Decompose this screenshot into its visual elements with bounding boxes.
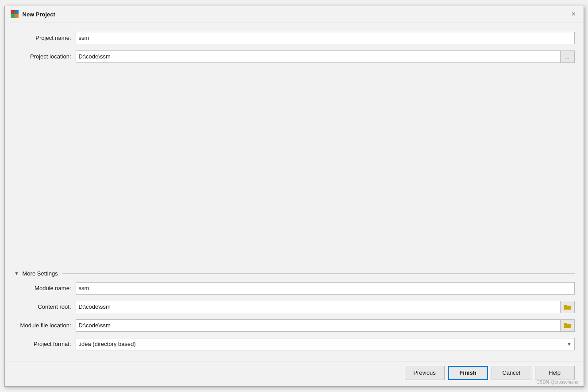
module-name-label: Module name: <box>14 285 76 291</box>
svg-rect-8 <box>564 323 567 325</box>
module-name-input[interactable] <box>76 282 575 295</box>
project-name-input[interactable] <box>76 32 575 44</box>
content-root-browse-button[interactable] <box>561 301 575 313</box>
project-location-label: Project location: <box>14 53 76 60</box>
more-settings-label: More Settings <box>23 270 58 277</box>
svg-rect-6 <box>564 305 567 307</box>
cancel-button[interactable]: Cancel <box>492 366 531 380</box>
title-bar: New Project × <box>5 6 584 23</box>
help-button[interactable]: Help <box>535 366 575 380</box>
svg-rect-2 <box>15 10 19 14</box>
svg-rect-1 <box>11 10 15 14</box>
module-file-location-row: Module file location: <box>14 319 575 332</box>
svg-rect-3 <box>11 14 15 18</box>
module-name-row: Module name: <box>14 282 575 295</box>
body-spacer <box>14 69 575 268</box>
more-settings-header: ▼ More Settings <box>14 270 575 277</box>
project-format-select[interactable]: .idea (directory based) .ipr (file based… <box>76 338 575 350</box>
watermark: CSDN @crosschainer <box>537 380 580 384</box>
module-file-location-input-group <box>76 319 575 332</box>
more-settings-toggle[interactable]: ▼ <box>14 270 20 276</box>
app-icon <box>10 10 19 19</box>
project-name-row: Project name: <box>14 32 575 44</box>
module-file-location-input[interactable] <box>76 319 561 332</box>
content-root-label: Content root: <box>14 303 76 310</box>
close-button[interactable]: × <box>569 10 578 19</box>
previous-button[interactable]: Previous <box>405 366 445 380</box>
module-file-location-label: Module file location: <box>14 322 76 329</box>
project-location-row: Project location: ... <box>14 50 575 63</box>
more-settings-section: ▼ More Settings Module name: Content roo… <box>14 270 575 357</box>
new-project-dialog: New Project × Project name: Project loca… <box>4 6 584 387</box>
project-location-input-group: ... <box>76 50 575 63</box>
folder-icon-2 <box>564 322 571 329</box>
project-format-label: Project format: <box>14 341 76 347</box>
project-location-input[interactable] <box>76 50 561 63</box>
dialog-title: New Project <box>23 11 569 18</box>
module-file-location-browse-button[interactable] <box>561 319 575 332</box>
folder-icon <box>564 304 571 310</box>
dialog-footer: Previous Finish Cancel Help <box>5 361 584 386</box>
project-format-row: Project format: .idea (directory based) … <box>14 338 575 350</box>
finish-button[interactable]: Finish <box>448 366 488 380</box>
project-location-browse-button[interactable]: ... <box>561 50 575 63</box>
project-name-label: Project name: <box>14 35 76 41</box>
dialog-body: Project name: Project location: ... ▼ Mo… <box>5 23 584 361</box>
project-format-select-wrapper: .idea (directory based) .ipr (file based… <box>76 338 575 350</box>
more-settings-divider <box>62 273 575 274</box>
content-root-input[interactable] <box>76 301 561 313</box>
content-root-row: Content root: <box>14 301 575 313</box>
svg-rect-4 <box>15 14 19 18</box>
content-root-input-group <box>76 301 575 313</box>
